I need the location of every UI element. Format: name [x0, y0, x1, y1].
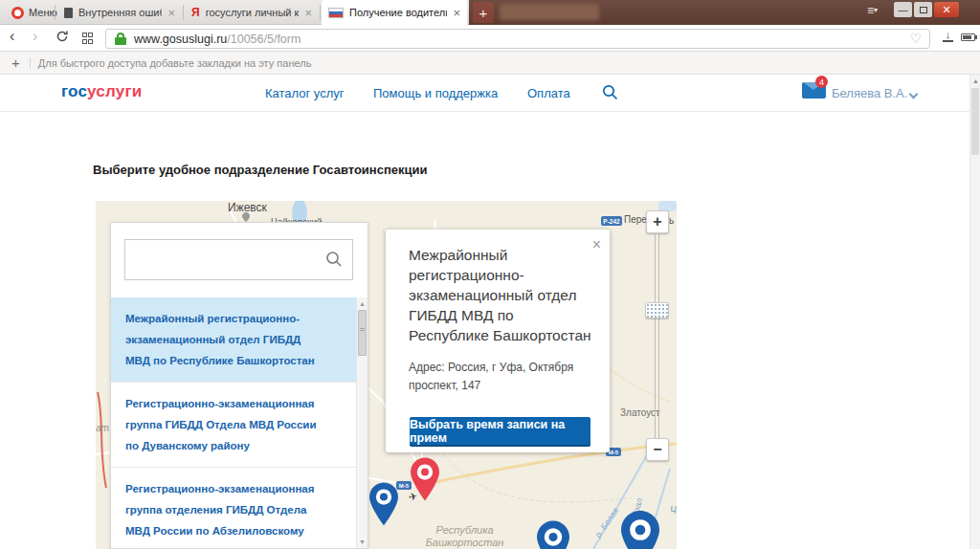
- tab-separator: [183, 5, 184, 20]
- tab-internal-error[interactable]: Внутренняя ошибка ×: [57, 0, 182, 25]
- tab-title: госуслуги личный кабин: [206, 7, 300, 18]
- user-menu[interactable]: Беляева В.А.: [832, 86, 907, 100]
- window-minimize-button[interactable]: —: [894, 2, 912, 17]
- nav-catalog[interactable]: Каталог услуг: [265, 86, 345, 100]
- map-pin-blue[interactable]: [537, 520, 569, 549]
- choose-appointment-button[interactable]: Выбрать время записи на прием: [410, 417, 590, 447]
- scroll-down-icon[interactable]: ▼: [359, 538, 366, 545]
- mail-badge: 4: [815, 76, 828, 88]
- speed-dial-icon[interactable]: [82, 33, 95, 45]
- city-marker-icon: [242, 212, 250, 222]
- zoom-in-button[interactable]: +: [646, 210, 669, 233]
- map-pin-blue[interactable]: [621, 511, 659, 549]
- gosuslugi-logo[interactable]: госуслуги: [61, 82, 142, 101]
- address-bar: ‹ › www.gosuslugi.ru/10056/5/form ♡ ↓: [0, 25, 980, 52]
- page-scrollbar[interactable]: ▲: [969, 75, 980, 549]
- forward-button[interactable]: ›: [33, 28, 37, 45]
- map-pin-selected-red[interactable]: [411, 455, 439, 503]
- tab-menu-icon[interactable]: ≡▾: [867, 5, 878, 16]
- russia-flag-icon: [328, 8, 344, 18]
- map-label-fragment-left: ат: [96, 423, 109, 433]
- battery-icon: [961, 33, 975, 41]
- list-scrollbar[interactable]: ▲ ▼: [356, 297, 368, 548]
- department-search-box[interactable]: [124, 239, 353, 280]
- zoom-slider-handle[interactable]: [645, 302, 669, 318]
- department-list: Межрайонный регистрационно-экзаменационн…: [111, 297, 356, 548]
- reload-icon: [56, 30, 69, 43]
- road-badge-m5: М-5: [396, 481, 412, 490]
- url-path: /10056/5/form: [227, 33, 301, 46]
- url-host: www.gosuslugi.ru: [134, 33, 227, 46]
- close-tab-icon[interactable]: ×: [453, 7, 460, 19]
- department-popup: × Межрайонный регистрационно-экзаменацио…: [386, 230, 610, 452]
- department-list-panel: Межрайонный регистрационно-экзаменационн…: [110, 222, 368, 549]
- reload-button[interactable]: [56, 30, 69, 47]
- page-title: Выберите удобное подразделение Госавтоин…: [93, 163, 428, 177]
- map-label-fragment-right: Че: [670, 505, 677, 516]
- opera-logo-icon: [11, 7, 24, 19]
- header-divider: [0, 111, 969, 112]
- list-item-department[interactable]: Межрайонный регистрационно-экзаменационн…: [111, 297, 356, 382]
- map-label-fragment-top2: ь: [669, 215, 674, 226]
- bookmark-heart-icon[interactable]: ♡: [909, 31, 922, 46]
- close-tab-icon[interactable]: ×: [304, 7, 312, 19]
- region-label: Республика Башкортостан: [419, 524, 510, 549]
- zoom-slider-track[interactable]: [655, 233, 659, 438]
- bookmarks-hint: Для быстрого доступа добавьте закладки н…: [38, 57, 312, 69]
- search-input[interactable]: [133, 246, 315, 274]
- popup-title: Межрайонный регистрационно-экзаменационн…: [409, 245, 592, 345]
- tab-separator: [320, 5, 321, 20]
- tab-separator: [55, 5, 56, 20]
- scroll-up-icon[interactable]: ▲: [972, 77, 979, 84]
- menu-label: Меню: [29, 7, 57, 18]
- tab-title: Внутренняя ошибка: [78, 7, 162, 18]
- road-badge-r242: Р-242: [601, 216, 622, 226]
- chevron-down-icon[interactable]: [909, 90, 919, 99]
- tab-driver-license-active[interactable]: Получение водительског ×: [322, 0, 467, 25]
- search-icon: [325, 251, 343, 268]
- close-icon[interactable]: ×: [592, 237, 601, 253]
- scroll-up-icon[interactable]: ▲: [359, 300, 366, 307]
- censored-region: [500, 4, 599, 20]
- back-button[interactable]: ‹: [10, 28, 14, 45]
- tab-title: Получение водительског: [349, 7, 447, 18]
- logo-red-part: услуги: [87, 82, 142, 100]
- zoom-out-button[interactable]: −: [646, 438, 669, 461]
- window-maximize-button[interactable]: [914, 2, 932, 17]
- window-close-button[interactable]: ✕: [934, 2, 959, 17]
- popup-address: Адрес: Россия, г Уфа, Октября проспект, …: [409, 359, 600, 395]
- scrollbar-thumb[interactable]: [971, 88, 979, 155]
- nav-help[interactable]: Помощь и поддержка: [373, 86, 498, 100]
- url-field[interactable]: www.gosuslugi.ru/10056/5/form ♡: [105, 29, 930, 49]
- scrollbar-thumb[interactable]: [358, 310, 367, 356]
- add-bookmark-icon[interactable]: +: [11, 55, 20, 71]
- bookmarks-bar: + Для быстрого доступа добавьте закладки…: [0, 52, 980, 75]
- logo-blue-part: гос: [61, 82, 87, 100]
- downloads-icon[interactable]: ↓: [942, 31, 954, 42]
- yandex-icon: Я: [191, 6, 200, 19]
- close-tab-icon[interactable]: ×: [167, 7, 175, 19]
- nav-payment[interactable]: Оплата: [527, 86, 570, 100]
- secure-lock-icon[interactable]: [115, 33, 126, 45]
- bookmarks-separator: [30, 57, 31, 69]
- tab-bar: Меню Внутренняя ошибка × Я госуслуги лич…: [0, 0, 980, 25]
- browser-window: Меню Внутренняя ошибка × Я госуслуги лич…: [0, 0, 980, 549]
- list-item-department[interactable]: Регистрационно-экзаменационная группа от…: [111, 467, 356, 548]
- header-search-icon[interactable]: [602, 84, 618, 104]
- document-icon: [64, 8, 73, 18]
- list-item-department[interactable]: Регистрационно-экзаменационная группа ГИ…: [111, 382, 356, 467]
- map-pin-blue[interactable]: [369, 482, 398, 526]
- new-tab-button[interactable]: +: [473, 2, 494, 23]
- tab-gosuslugi-cabinet[interactable]: Я госуслуги личный кабин ×: [185, 0, 319, 25]
